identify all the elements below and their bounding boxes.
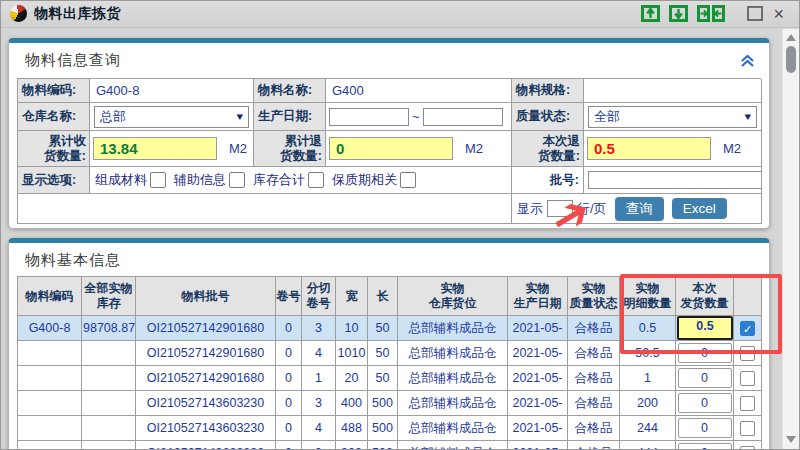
column-header: 实物 生产日期 bbox=[508, 277, 568, 316]
current-return-input[interactable]: 0.5 bbox=[587, 137, 711, 160]
ship-qty-input[interactable]: 0 bbox=[678, 418, 732, 438]
total-received-input[interactable]: 13.84 bbox=[93, 137, 217, 160]
row-checkbox[interactable]: ✓ bbox=[740, 321, 755, 336]
table-cell: 总部辅料成品仓 bbox=[398, 366, 508, 391]
table-cell bbox=[18, 441, 82, 450]
table-cell bbox=[18, 366, 82, 391]
table-row[interactable]: OI21052714360323003400500总部辅料成品仓2021-05-… bbox=[18, 391, 762, 416]
column-header: 全部实物 库存 bbox=[82, 277, 136, 316]
table-cell: 3 bbox=[302, 391, 336, 416]
column-header: 长 bbox=[368, 277, 398, 316]
warehouse-label: 仓库名称: bbox=[18, 103, 90, 131]
row-checkbox[interactable] bbox=[740, 396, 755, 411]
compose-material-checkbox[interactable] bbox=[150, 172, 166, 188]
row-checkbox[interactable] bbox=[740, 446, 755, 450]
ship-qty-input[interactable]: 0 bbox=[678, 343, 732, 363]
collapse-panel-icon[interactable] bbox=[740, 54, 755, 67]
scrollbar-thumb[interactable] bbox=[786, 46, 796, 73]
option-label: 库存合计 bbox=[253, 171, 305, 189]
table-cell: 2021-05- bbox=[508, 341, 568, 366]
scroll-down-arrow-icon[interactable] bbox=[786, 436, 796, 443]
table-cell: 0 bbox=[276, 316, 302, 341]
table-row[interactable]: G400-898708.87OI210527142901680031050总部辅… bbox=[18, 316, 762, 341]
excel-button[interactable]: Excel bbox=[672, 198, 727, 219]
table-row[interactable]: OI21052714360323004488500总部辅料成品仓2021-05-… bbox=[18, 416, 762, 441]
ship-qty-input[interactable]: 0 bbox=[678, 393, 732, 413]
table-cell: 0 bbox=[676, 416, 734, 441]
rows-per-page-input[interactable] bbox=[547, 200, 573, 217]
maximize-button[interactable] bbox=[747, 6, 763, 21]
stock-total-checkbox[interactable] bbox=[308, 172, 324, 188]
table-cell: 0.5 bbox=[676, 316, 734, 341]
table-cell bbox=[82, 441, 136, 450]
query-button[interactable]: 查询 bbox=[615, 197, 664, 221]
table-cell: 0 bbox=[276, 341, 302, 366]
scroll-up-arrow-icon[interactable] bbox=[786, 34, 796, 41]
table-cell: 50 bbox=[368, 366, 398, 391]
table-cell bbox=[18, 341, 82, 366]
ship-qty-input[interactable]: 0.5 bbox=[677, 316, 733, 340]
option-stock-total: 库存合计 bbox=[253, 171, 324, 189]
table-cell: 总部辅料成品仓 bbox=[398, 441, 508, 450]
table-cell bbox=[734, 416, 762, 441]
vertical-scrollbar[interactable] bbox=[782, 29, 800, 450]
box-arrow-down-icon[interactable] bbox=[669, 5, 688, 22]
option-aux-info: 辅助信息 bbox=[174, 171, 245, 189]
table-cell: 500 bbox=[368, 441, 398, 450]
table-cell: 1 bbox=[302, 366, 336, 391]
table-row[interactable]: OI210527142901680012050总部辅料成品仓2021-05-合格… bbox=[18, 366, 762, 391]
batch-no-label: 批号: bbox=[512, 167, 584, 194]
column-header: 实物 仓库货位 bbox=[398, 277, 508, 316]
table-cell bbox=[734, 441, 762, 450]
table-cell: OI210527143603230 bbox=[136, 416, 276, 441]
column-header: 分切 卷号 bbox=[302, 277, 336, 316]
quality-state-select-value: 全部 bbox=[594, 108, 620, 126]
table-row[interactable]: OI21052714360323003300500总部辅料成品仓2021-05-… bbox=[18, 441, 762, 450]
table-cell: 总部辅料成品仓 bbox=[398, 341, 508, 366]
row-checkbox[interactable] bbox=[740, 346, 755, 361]
table-cell: OI210527142901680 bbox=[136, 366, 276, 391]
shelf-life-checkbox[interactable] bbox=[400, 172, 416, 188]
column-header: 宽 bbox=[336, 277, 368, 316]
table-cell: 2021-05- bbox=[508, 316, 568, 341]
box-arrow-up-icon[interactable] bbox=[641, 5, 660, 22]
aux-info-checkbox[interactable] bbox=[229, 172, 245, 188]
option-label: 组成材料 bbox=[95, 171, 147, 189]
select-column-header bbox=[734, 277, 762, 316]
production-date-label: 生产日期: bbox=[254, 103, 326, 131]
table-cell: 244 bbox=[620, 416, 676, 441]
rows-per-page-suffix: 行/页 bbox=[577, 200, 607, 218]
production-date-to-input[interactable] bbox=[423, 108, 503, 126]
table-cell: 444 bbox=[620, 441, 676, 450]
table-cell: 20 bbox=[336, 366, 368, 391]
ship-qty-input[interactable]: 0 bbox=[678, 443, 732, 450]
row-checkbox[interactable] bbox=[740, 421, 755, 436]
production-date-from-input[interactable] bbox=[329, 108, 409, 126]
batch-no-input[interactable] bbox=[588, 171, 762, 189]
ship-qty-input[interactable]: 0 bbox=[678, 368, 732, 388]
table-cell: 0 bbox=[676, 341, 734, 366]
table-panel-title: 物料基本信息 bbox=[25, 251, 121, 270]
merge-arrows-icon[interactable] bbox=[697, 5, 725, 22]
table-row[interactable]: OI21052714290168004101050总部辅料成品仓2021-05-… bbox=[18, 341, 762, 366]
row-checkbox[interactable] bbox=[740, 371, 755, 386]
table-cell bbox=[82, 366, 136, 391]
material-name-value[interactable]: G400 bbox=[326, 79, 512, 103]
window-title: 物料出库拣货 bbox=[34, 5, 121, 23]
table-cell: 0 bbox=[276, 416, 302, 441]
chevron-down-icon: ▾ bbox=[236, 110, 243, 123]
app-icon bbox=[10, 5, 27, 22]
material-code-value[interactable]: G400-8 bbox=[90, 79, 254, 103]
table-cell: OI210527142901680 bbox=[136, 316, 276, 341]
option-label: 辅助信息 bbox=[174, 171, 226, 189]
quality-state-select[interactable]: 全部 ▾ bbox=[588, 106, 757, 128]
table-cell: 300 bbox=[336, 441, 368, 450]
material-spec-value[interactable] bbox=[584, 79, 762, 103]
display-options-label: 显示选项: bbox=[18, 167, 90, 194]
close-button[interactable]: × bbox=[773, 5, 784, 23]
warehouse-select[interactable]: 总部 ▾ bbox=[94, 106, 249, 128]
total-returned-unit: M2 bbox=[465, 141, 483, 156]
material-name-label: 物料名称: bbox=[254, 79, 326, 103]
total-returned-input[interactable]: 0 bbox=[329, 137, 453, 160]
table-cell: 合格品 bbox=[568, 441, 620, 450]
